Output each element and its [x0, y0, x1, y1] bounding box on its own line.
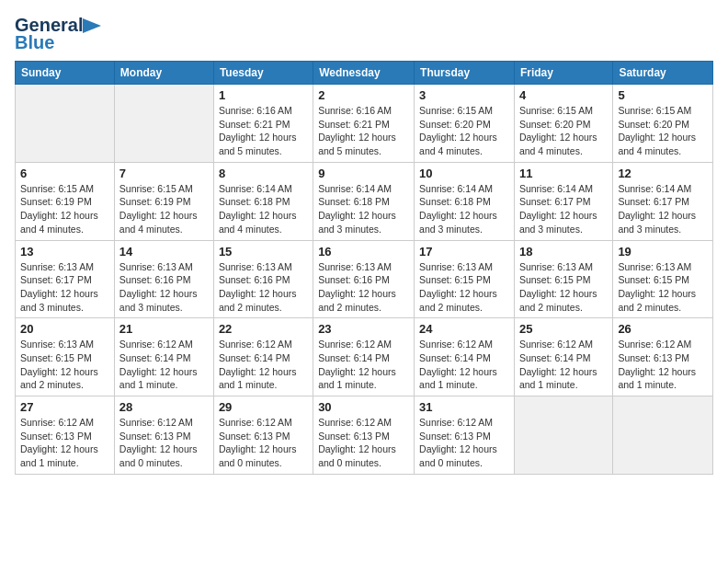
calendar-cell: 3Sunrise: 6:15 AMSunset: 6:20 PMDaylight…	[415, 85, 515, 163]
calendar-cell: 4Sunrise: 6:15 AMSunset: 6:20 PMDaylight…	[514, 85, 612, 163]
calendar-cell	[514, 396, 612, 475]
day-number: 13	[20, 245, 109, 259]
day-info: Sunrise: 6:13 AMSunset: 6:16 PMDaylight:…	[119, 260, 209, 315]
calendar-cell: 1Sunrise: 6:16 AMSunset: 6:21 PMDaylight…	[213, 85, 313, 163]
calendar-cell: 30Sunrise: 6:12 AMSunset: 6:13 PMDayligh…	[313, 396, 415, 475]
calendar-cell: 16Sunrise: 6:13 AMSunset: 6:16 PMDayligh…	[313, 240, 415, 318]
weekday-header-monday: Monday	[114, 62, 213, 85]
day-info: Sunrise: 6:16 AMSunset: 6:21 PMDaylight:…	[318, 104, 409, 158]
day-info: Sunrise: 6:14 AMSunset: 6:17 PMDaylight:…	[519, 182, 608, 236]
weekday-header-row: SundayMondayTuesdayWednesdayThursdayFrid…	[16, 62, 713, 85]
logo: General Blue	[15, 15, 101, 53]
day-info: Sunrise: 6:12 AMSunset: 6:13 PMDaylight:…	[618, 338, 708, 392]
day-info: Sunrise: 6:13 AMSunset: 6:15 PMDaylight:…	[20, 338, 109, 392]
day-number: 24	[419, 322, 509, 336]
calendar-cell: 14Sunrise: 6:13 AMSunset: 6:16 PMDayligh…	[114, 240, 213, 318]
day-number: 7	[119, 167, 209, 180]
day-info: Sunrise: 6:13 AMSunset: 6:16 PMDaylight:…	[318, 260, 409, 315]
day-number: 1	[219, 88, 308, 102]
calendar-cell: 2Sunrise: 6:16 AMSunset: 6:21 PMDaylight…	[313, 85, 415, 163]
calendar-cell: 13Sunrise: 6:13 AMSunset: 6:17 PMDayligh…	[16, 240, 115, 318]
calendar-week-1: 1Sunrise: 6:16 AMSunset: 6:21 PMDaylight…	[16, 85, 713, 163]
day-info: Sunrise: 6:12 AMSunset: 6:14 PMDaylight:…	[519, 338, 608, 392]
day-info: Sunrise: 6:12 AMSunset: 6:14 PMDaylight:…	[119, 338, 209, 392]
day-number: 25	[519, 322, 608, 336]
calendar-cell: 5Sunrise: 6:15 AMSunset: 6:20 PMDaylight…	[613, 85, 713, 163]
calendar-cell: 18Sunrise: 6:13 AMSunset: 6:15 PMDayligh…	[514, 240, 612, 318]
calendar-cell	[114, 85, 213, 163]
day-info: Sunrise: 6:15 AMSunset: 6:19 PMDaylight:…	[119, 182, 209, 236]
weekday-header-wednesday: Wednesday	[313, 62, 415, 85]
day-info: Sunrise: 6:13 AMSunset: 6:15 PMDaylight:…	[419, 260, 509, 315]
day-info: Sunrise: 6:13 AMSunset: 6:16 PMDaylight:…	[219, 260, 308, 315]
day-number: 26	[618, 322, 708, 336]
day-info: Sunrise: 6:14 AMSunset: 6:17 PMDaylight:…	[618, 182, 708, 236]
day-number: 23	[318, 322, 409, 336]
day-info: Sunrise: 6:12 AMSunset: 6:14 PMDaylight:…	[318, 338, 409, 392]
calendar-cell: 24Sunrise: 6:12 AMSunset: 6:14 PMDayligh…	[415, 318, 515, 396]
calendar-week-4: 20Sunrise: 6:13 AMSunset: 6:15 PMDayligh…	[16, 318, 713, 396]
day-number: 3	[419, 88, 509, 102]
day-info: Sunrise: 6:15 AMSunset: 6:19 PMDaylight:…	[20, 182, 109, 236]
weekday-header-sunday: Sunday	[16, 62, 115, 85]
day-number: 27	[20, 400, 109, 414]
weekday-header-thursday: Thursday	[415, 62, 515, 85]
day-number: 15	[219, 245, 308, 259]
page-header: General Blue	[15, 15, 713, 53]
calendar-cell: 8Sunrise: 6:14 AMSunset: 6:18 PMDaylight…	[213, 162, 313, 240]
calendar-week-3: 13Sunrise: 6:13 AMSunset: 6:17 PMDayligh…	[16, 240, 713, 318]
day-number: 22	[219, 322, 308, 336]
day-info: Sunrise: 6:13 AMSunset: 6:15 PMDaylight:…	[618, 260, 708, 315]
weekday-header-friday: Friday	[514, 62, 612, 85]
weekday-header-tuesday: Tuesday	[213, 62, 313, 85]
day-info: Sunrise: 6:13 AMSunset: 6:17 PMDaylight:…	[20, 260, 109, 315]
calendar-table: SundayMondayTuesdayWednesdayThursdayFrid…	[15, 61, 713, 475]
day-number: 17	[419, 245, 509, 259]
calendar-cell: 27Sunrise: 6:12 AMSunset: 6:13 PMDayligh…	[16, 396, 115, 475]
day-info: Sunrise: 6:12 AMSunset: 6:14 PMDaylight:…	[419, 338, 509, 392]
calendar-cell: 21Sunrise: 6:12 AMSunset: 6:14 PMDayligh…	[114, 318, 213, 396]
calendar-cell: 11Sunrise: 6:14 AMSunset: 6:17 PMDayligh…	[514, 162, 612, 240]
day-number: 5	[618, 88, 708, 102]
calendar-cell: 26Sunrise: 6:12 AMSunset: 6:13 PMDayligh…	[613, 318, 713, 396]
day-info: Sunrise: 6:16 AMSunset: 6:21 PMDaylight:…	[219, 104, 308, 158]
calendar-cell: 7Sunrise: 6:15 AMSunset: 6:19 PMDaylight…	[114, 162, 213, 240]
day-number: 12	[618, 167, 708, 180]
day-info: Sunrise: 6:12 AMSunset: 6:13 PMDaylight:…	[119, 416, 209, 470]
day-number: 29	[219, 400, 308, 414]
calendar-cell: 12Sunrise: 6:14 AMSunset: 6:17 PMDayligh…	[613, 162, 713, 240]
day-number: 2	[318, 88, 409, 102]
calendar-cell: 25Sunrise: 6:12 AMSunset: 6:14 PMDayligh…	[514, 318, 612, 396]
logo-blue: Blue	[15, 32, 54, 53]
day-number: 14	[119, 245, 209, 259]
calendar-cell: 23Sunrise: 6:12 AMSunset: 6:14 PMDayligh…	[313, 318, 415, 396]
calendar-week-2: 6Sunrise: 6:15 AMSunset: 6:19 PMDaylight…	[16, 162, 713, 240]
day-info: Sunrise: 6:13 AMSunset: 6:15 PMDaylight:…	[519, 260, 608, 315]
calendar-cell: 20Sunrise: 6:13 AMSunset: 6:15 PMDayligh…	[16, 318, 115, 396]
calendar-cell: 28Sunrise: 6:12 AMSunset: 6:13 PMDayligh…	[114, 396, 213, 475]
day-number: 6	[20, 167, 109, 180]
svg-marker-0	[83, 18, 101, 33]
calendar-cell: 17Sunrise: 6:13 AMSunset: 6:15 PMDayligh…	[415, 240, 515, 318]
day-info: Sunrise: 6:14 AMSunset: 6:18 PMDaylight:…	[318, 182, 409, 236]
day-info: Sunrise: 6:12 AMSunset: 6:13 PMDaylight:…	[219, 416, 308, 470]
calendar-cell: 10Sunrise: 6:14 AMSunset: 6:18 PMDayligh…	[415, 162, 515, 240]
day-number: 4	[519, 88, 608, 102]
day-info: Sunrise: 6:12 AMSunset: 6:13 PMDaylight:…	[318, 416, 409, 470]
calendar-cell: 15Sunrise: 6:13 AMSunset: 6:16 PMDayligh…	[213, 240, 313, 318]
logo-arrow-icon	[83, 18, 101, 33]
day-number: 20	[20, 322, 109, 336]
weekday-header-saturday: Saturday	[613, 62, 713, 85]
calendar-cell: 31Sunrise: 6:12 AMSunset: 6:13 PMDayligh…	[415, 396, 515, 475]
calendar-cell: 6Sunrise: 6:15 AMSunset: 6:19 PMDaylight…	[16, 162, 115, 240]
day-info: Sunrise: 6:12 AMSunset: 6:14 PMDaylight:…	[219, 338, 308, 392]
day-number: 19	[618, 245, 708, 259]
day-number: 18	[519, 245, 608, 259]
day-number: 21	[119, 322, 209, 336]
day-number: 28	[119, 400, 209, 414]
calendar-cell: 29Sunrise: 6:12 AMSunset: 6:13 PMDayligh…	[213, 396, 313, 475]
calendar-cell: 19Sunrise: 6:13 AMSunset: 6:15 PMDayligh…	[613, 240, 713, 318]
day-info: Sunrise: 6:12 AMSunset: 6:13 PMDaylight:…	[419, 416, 509, 470]
day-number: 30	[318, 400, 409, 414]
day-info: Sunrise: 6:12 AMSunset: 6:13 PMDaylight:…	[20, 416, 109, 470]
